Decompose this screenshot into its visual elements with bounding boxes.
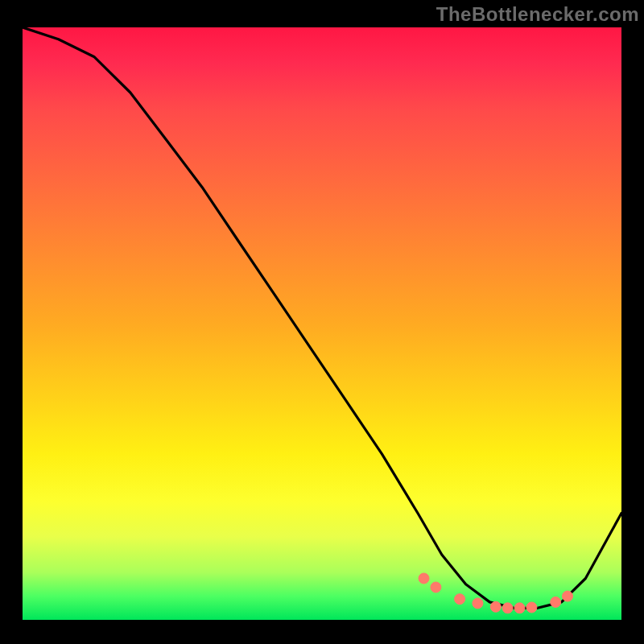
marker-dot	[455, 594, 465, 605]
plot-area	[23, 27, 621, 620]
chart-frame: TheBottlenecker.com	[0, 0, 644, 644]
marker-dot	[473, 598, 483, 609]
optimal-markers	[419, 573, 573, 613]
marker-dot	[502, 603, 513, 613]
bottleneck-curve	[23, 27, 621, 620]
marker-dot	[551, 597, 561, 607]
marker-dot	[563, 591, 573, 601]
marker-dot	[419, 573, 429, 584]
marker-dot	[490, 601, 501, 612]
marker-dot	[514, 603, 525, 613]
marker-dot	[431, 582, 441, 592]
marker-dot	[526, 602, 537, 613]
watermark-label: TheBottlenecker.com	[436, 3, 639, 26]
curve-path	[23, 27, 621, 608]
